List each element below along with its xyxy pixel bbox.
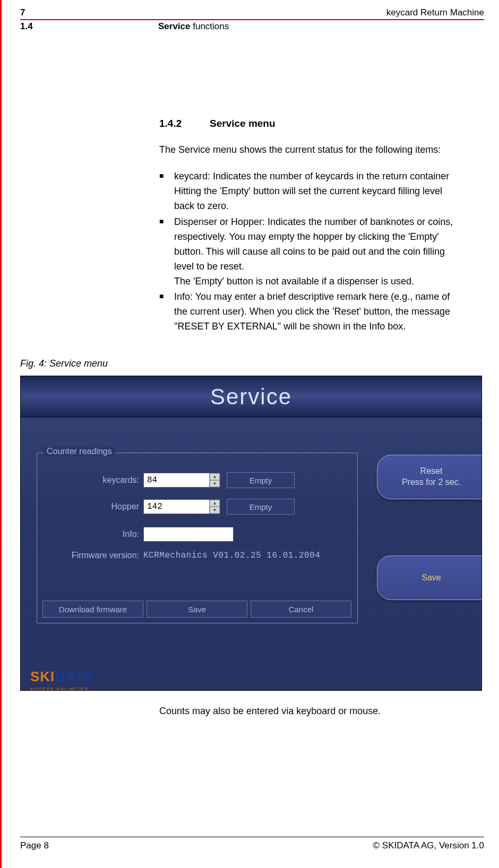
info-input[interactable] xyxy=(143,527,234,542)
firmware-label: Firmware version: xyxy=(37,551,143,560)
note-below-figure: Counts may also be entered via keyboard … xyxy=(159,706,381,717)
keycards-input[interactable]: 84 ▲▼ xyxy=(143,473,220,488)
left-red-rule xyxy=(0,0,2,868)
figure-caption: Fig. 4: Service menu xyxy=(20,358,108,369)
list-item: Info: You may enter a brief descriptive … xyxy=(159,290,462,334)
list-item: Dispenser or Hopper: Indicates the numbe… xyxy=(159,215,462,289)
section-number: 1.4 xyxy=(20,21,158,32)
bullet-list: keycard: Indicates the number of keycard… xyxy=(159,169,462,334)
screenshot-title: Service xyxy=(21,376,481,418)
keycards-label: keycards: xyxy=(37,475,143,485)
section-title: Service functions xyxy=(158,21,229,32)
subsection-heading: 1.4.2Service menu xyxy=(159,116,462,131)
skidata-logo: SKIDATA xyxy=(30,669,93,685)
keycards-spinner[interactable]: ▲▼ xyxy=(209,473,220,487)
page-number: Page 8 xyxy=(20,840,49,851)
skidata-logo-subtitle: ACCESS UNLIMITED xyxy=(30,687,89,691)
chapter-number: 7 xyxy=(20,7,25,18)
body-content: 1.4.2Service menu The Service menu shows… xyxy=(0,36,499,334)
save-side-button[interactable]: Save xyxy=(377,555,482,600)
empty-keycards-button[interactable]: Empty xyxy=(227,472,295,488)
page-header: 7 keycard Return Machine 1.4 Service fun… xyxy=(0,0,499,36)
reset-side-button[interactable]: Reset Press for 2 sec. xyxy=(377,455,482,499)
hopper-spinner[interactable]: ▲▼ xyxy=(209,500,220,514)
empty-hopper-button[interactable]: Empty xyxy=(227,499,295,515)
hopper-label: Hopper xyxy=(37,502,143,511)
intro-paragraph: The Service menu shows the current statu… xyxy=(159,143,462,158)
counter-readings-fieldset: Counter readings keycards: 84 ▲▼ Empty H… xyxy=(37,453,358,623)
copyright: © SKIDATA AG, Version 1.0 xyxy=(373,840,484,851)
cancel-button[interactable]: Cancel xyxy=(251,601,351,618)
firmware-version-text: KCRMechanics V01.02.25 16.01.2004 xyxy=(143,551,320,560)
document-title: keycard Return Machine xyxy=(386,7,484,18)
info-label: Info: xyxy=(37,530,143,539)
download-firmware-button[interactable]: Download firmware xyxy=(42,601,143,618)
fieldset-legend: Counter readings xyxy=(44,447,115,456)
service-menu-screenshot: Service Counter readings keycards: 84 ▲▼… xyxy=(20,376,482,691)
save-bottom-button[interactable]: Save xyxy=(147,601,247,618)
list-item: keycard: Indicates the number of keycard… xyxy=(159,169,462,214)
page-footer: Page 8 © SKIDATA AG, Version 1.0 xyxy=(20,837,484,851)
hopper-input[interactable]: 142 ▲▼ xyxy=(143,499,220,514)
